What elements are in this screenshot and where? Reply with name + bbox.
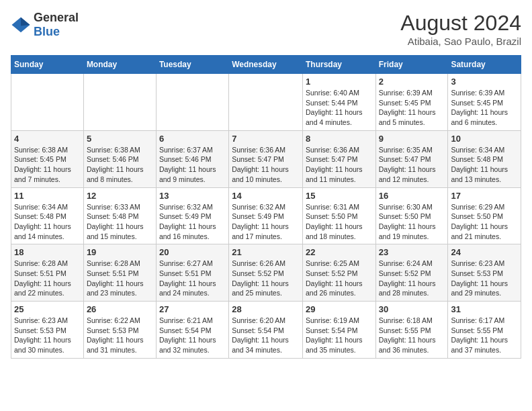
day-info: Sunrise: 6:38 AMSunset: 5:45 PMDaylight:… (14, 145, 81, 185)
day-info: Sunrise: 6:35 AMSunset: 5:47 PMDaylight:… (379, 145, 445, 185)
calendar-cell (156, 74, 228, 131)
month-year: August 2024 (400, 11, 521, 36)
day-info: Sunrise: 6:38 AMSunset: 5:46 PMDaylight:… (87, 145, 153, 185)
calendar-cell (229, 74, 303, 131)
header-day: Sunday (11, 56, 84, 74)
day-number: 27 (159, 304, 226, 314)
logo-blue: Blue (34, 25, 60, 38)
calendar-cell: 5Sunrise: 6:38 AMSunset: 5:46 PMDaylight… (83, 130, 156, 187)
day-number: 31 (451, 304, 518, 314)
day-number: 10 (451, 134, 518, 144)
calendar-cell (11, 74, 84, 131)
day-number: 23 (379, 247, 445, 257)
day-info: Sunrise: 6:20 AMSunset: 5:54 PMDaylight:… (232, 316, 300, 355)
day-number: 19 (87, 247, 153, 257)
day-number: 4 (14, 134, 81, 144)
header-day: Wednesday (229, 56, 303, 74)
calendar-cell: 12Sunrise: 6:33 AMSunset: 5:48 PMDayligh… (83, 187, 156, 244)
day-number: 14 (232, 191, 300, 201)
calendar-cell: 19Sunrise: 6:28 AMSunset: 5:51 PMDayligh… (83, 244, 156, 302)
calendar-week-row: 4Sunrise: 6:38 AMSunset: 5:45 PMDaylight… (11, 130, 521, 187)
day-info: Sunrise: 6:39 AMSunset: 5:45 PMDaylight:… (451, 88, 518, 128)
calendar-cell: 21Sunrise: 6:26 AMSunset: 5:52 PMDayligh… (229, 244, 303, 302)
header-day: Saturday (448, 56, 521, 74)
day-info: Sunrise: 6:37 AMSunset: 5:46 PMDaylight:… (159, 145, 226, 185)
day-number: 22 (306, 247, 373, 257)
day-number: 5 (87, 134, 153, 144)
day-info: Sunrise: 6:24 AMSunset: 5:52 PMDaylight:… (379, 259, 445, 298)
calendar-cell: 30Sunrise: 6:18 AMSunset: 5:55 PMDayligh… (375, 302, 448, 359)
calendar-cell: 6Sunrise: 6:37 AMSunset: 5:46 PMDaylight… (156, 130, 228, 187)
calendar-cell: 2Sunrise: 6:39 AMSunset: 5:45 PMDaylight… (375, 74, 448, 131)
day-info: Sunrise: 6:21 AMSunset: 5:54 PMDaylight:… (159, 316, 226, 355)
day-number: 6 (159, 134, 226, 144)
calendar-cell (83, 74, 156, 131)
day-info: Sunrise: 6:39 AMSunset: 5:45 PMDaylight:… (379, 88, 445, 128)
day-info: Sunrise: 6:27 AMSunset: 5:51 PMDaylight:… (159, 259, 226, 298)
day-number: 17 (451, 191, 518, 201)
logo-general: General (34, 11, 79, 24)
calendar-cell: 9Sunrise: 6:35 AMSunset: 5:47 PMDaylight… (375, 130, 448, 187)
calendar-cell: 13Sunrise: 6:32 AMSunset: 5:49 PMDayligh… (156, 187, 228, 244)
calendar-cell: 28Sunrise: 6:20 AMSunset: 5:54 PMDayligh… (229, 302, 303, 359)
day-number: 13 (159, 191, 226, 201)
day-info: Sunrise: 6:19 AMSunset: 5:54 PMDaylight:… (306, 316, 373, 355)
day-info: Sunrise: 6:28 AMSunset: 5:51 PMDaylight:… (87, 259, 153, 298)
calendar-cell: 16Sunrise: 6:30 AMSunset: 5:50 PMDayligh… (375, 187, 448, 244)
header-row: SundayMondayTuesdayWednesdayThursdayFrid… (11, 56, 521, 74)
logo-icon (11, 15, 31, 35)
header-day: Tuesday (156, 56, 228, 74)
day-info: Sunrise: 6:26 AMSunset: 5:52 PMDaylight:… (232, 259, 300, 298)
day-number: 29 (306, 304, 373, 314)
day-number: 24 (451, 247, 518, 257)
calendar-cell: 23Sunrise: 6:24 AMSunset: 5:52 PMDayligh… (375, 244, 448, 302)
calendar-cell: 11Sunrise: 6:34 AMSunset: 5:48 PMDayligh… (11, 187, 84, 244)
day-number: 7 (232, 134, 300, 144)
day-number: 30 (379, 304, 445, 314)
day-number: 20 (159, 247, 226, 257)
location: Atibaia, Sao Paulo, Brazil (400, 36, 521, 47)
calendar-cell: 26Sunrise: 6:22 AMSunset: 5:53 PMDayligh… (83, 302, 156, 359)
calendar-week-row: 25Sunrise: 6:23 AMSunset: 5:53 PMDayligh… (11, 302, 521, 359)
calendar-cell: 3Sunrise: 6:39 AMSunset: 5:45 PMDaylight… (448, 74, 521, 131)
calendar-cell: 18Sunrise: 6:28 AMSunset: 5:51 PMDayligh… (11, 244, 84, 302)
day-number: 12 (87, 191, 153, 201)
day-info: Sunrise: 6:29 AMSunset: 5:50 PMDaylight:… (451, 202, 518, 242)
day-info: Sunrise: 6:40 AMSunset: 5:44 PMDaylight:… (306, 88, 373, 128)
day-number: 1 (306, 77, 373, 87)
day-number: 16 (379, 191, 445, 201)
day-info: Sunrise: 6:23 AMSunset: 5:53 PMDaylight:… (451, 259, 518, 298)
calendar-week-row: 18Sunrise: 6:28 AMSunset: 5:51 PMDayligh… (11, 244, 521, 302)
day-info: Sunrise: 6:36 AMSunset: 5:47 PMDaylight:… (232, 145, 300, 185)
header: General Blue August 2024 Atibaia, Sao Pa… (11, 11, 521, 47)
day-number: 26 (87, 304, 153, 314)
header-day: Thursday (302, 56, 375, 74)
calendar-table: SundayMondayTuesdayWednesdayThursdayFrid… (11, 55, 521, 359)
day-info: Sunrise: 6:31 AMSunset: 5:50 PMDaylight:… (306, 202, 373, 242)
day-info: Sunrise: 6:28 AMSunset: 5:51 PMDaylight:… (14, 259, 81, 298)
calendar-cell: 4Sunrise: 6:38 AMSunset: 5:45 PMDaylight… (11, 130, 84, 187)
calendar-week-row: 1Sunrise: 6:40 AMSunset: 5:44 PMDaylight… (11, 74, 521, 131)
day-info: Sunrise: 6:32 AMSunset: 5:49 PMDaylight:… (232, 202, 300, 242)
day-info: Sunrise: 6:23 AMSunset: 5:53 PMDaylight:… (14, 316, 81, 355)
day-number: 15 (306, 191, 373, 201)
header-day: Monday (83, 56, 156, 74)
calendar-cell: 25Sunrise: 6:23 AMSunset: 5:53 PMDayligh… (11, 302, 84, 359)
calendar-cell: 20Sunrise: 6:27 AMSunset: 5:51 PMDayligh… (156, 244, 228, 302)
calendar-cell: 15Sunrise: 6:31 AMSunset: 5:50 PMDayligh… (302, 187, 375, 244)
calendar-cell: 29Sunrise: 6:19 AMSunset: 5:54 PMDayligh… (302, 302, 375, 359)
title-block: August 2024 Atibaia, Sao Paulo, Brazil (400, 11, 521, 47)
calendar-cell: 17Sunrise: 6:29 AMSunset: 5:50 PMDayligh… (448, 187, 521, 244)
day-info: Sunrise: 6:25 AMSunset: 5:52 PMDaylight:… (306, 259, 373, 298)
day-info: Sunrise: 6:30 AMSunset: 5:50 PMDaylight:… (379, 202, 445, 242)
day-number: 2 (379, 77, 445, 87)
day-number: 9 (379, 134, 445, 144)
day-info: Sunrise: 6:32 AMSunset: 5:49 PMDaylight:… (159, 202, 226, 242)
calendar-cell: 31Sunrise: 6:17 AMSunset: 5:55 PMDayligh… (448, 302, 521, 359)
day-info: Sunrise: 6:17 AMSunset: 5:55 PMDaylight:… (451, 316, 518, 355)
calendar-cell: 27Sunrise: 6:21 AMSunset: 5:54 PMDayligh… (156, 302, 228, 359)
day-info: Sunrise: 6:34 AMSunset: 5:48 PMDaylight:… (14, 202, 81, 242)
calendar-cell: 14Sunrise: 6:32 AMSunset: 5:49 PMDayligh… (229, 187, 303, 244)
day-info: Sunrise: 6:22 AMSunset: 5:53 PMDaylight:… (87, 316, 153, 355)
day-number: 18 (14, 247, 81, 257)
